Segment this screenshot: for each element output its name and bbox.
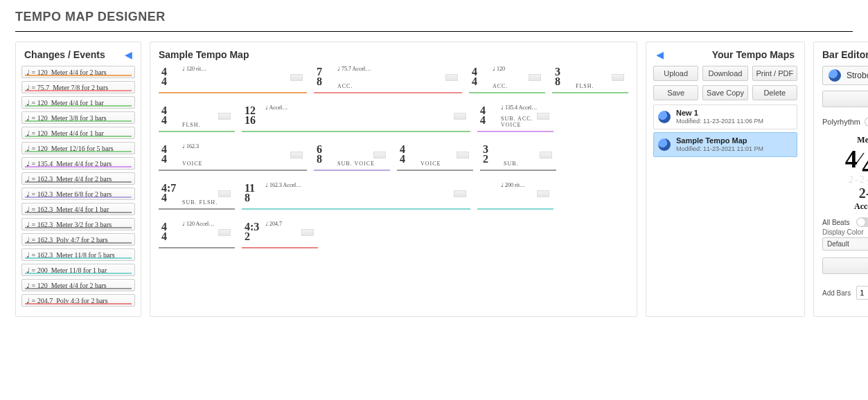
title-divider <box>15 31 853 32</box>
change-row[interactable]: ♩ = 75.7 Meter 7/8 for 2 bars <box>21 81 135 93</box>
bar-cell[interactable]: 44Voice <box>397 142 473 171</box>
bar-cell[interactable]: 38Flsh. <box>552 64 628 93</box>
change-row[interactable]: ♩ = 162.3 Meter 3/2 for 3 bars <box>21 218 135 230</box>
bar-cell[interactable]: 44♩ 120 Accel… <box>159 219 235 248</box>
bar-cell[interactable]: 4:74Sub. Flsh. <box>159 181 235 210</box>
collapse-left-icon[interactable]: ◀ <box>125 49 132 60</box>
bar-cell[interactable]: 44Flsh. <box>159 103 235 132</box>
change-row[interactable]: ♩ = 162.3 Meter 4/4 for 2 bars <box>21 172 135 185</box>
bar-cell[interactable]: 4:32♩ 204.7 <box>242 219 318 248</box>
collapse-right-icon[interactable]: ▶ <box>656 49 664 60</box>
add-bars-input[interactable] <box>857 287 868 299</box>
change-row[interactable]: ♩ = 120 Meter 4/4 for 1 bar <box>21 96 135 109</box>
print-button[interactable]: Print / PDF <box>752 66 797 81</box>
change-row[interactable]: ♩ = 120 Meter 12/16 for 5 bars <box>21 142 135 154</box>
bar-editor-panel: Bar Editor StroboPLUS HDC ▾ New Tempo Ma… <box>813 42 868 317</box>
change-row[interactable]: ♩ = 162.3 Meter 4/4 for 1 bar <box>21 203 135 215</box>
device-icon <box>829 69 841 82</box>
change-row[interactable]: ♩ = 162.3 Meter 6/8 for 2 bars <box>21 188 135 200</box>
download-button[interactable]: Download <box>702 66 747 81</box>
bar-cell[interactable]: 118♩ 162.3 Accel… <box>242 181 470 210</box>
change-row[interactable]: ♩ = 162.3 Meter 11/8 for 5 bars <box>21 248 135 261</box>
add-bars-spinner[interactable]: ▲▼ <box>856 286 868 300</box>
maps-panel-title: Your Tempo Maps <box>712 49 795 60</box>
bar-cell[interactable]: 32Sub. <box>480 142 556 171</box>
save-copy-button[interactable]: Save Copy <box>702 85 747 100</box>
bar-cell[interactable]: 44♩ 120Acc. <box>469 64 545 93</box>
changes-panel: Changes / Events ◀ ♩ = 120 Meter 4/4 for… <box>15 42 141 317</box>
polyrhythm-toggle[interactable] <box>865 117 868 127</box>
page-title: TEMPO MAP DESIGNER <box>0 0 868 31</box>
accents-label: Accents <box>822 201 868 212</box>
map-item-icon <box>658 111 671 123</box>
display-color-label: Display Color <box>822 228 868 236</box>
device-name: StroboPLUS HDC <box>847 71 868 80</box>
change-row[interactable]: ♩ = 135.4 Meter 4/4 for 2 bars <box>21 157 135 170</box>
bar-cell[interactable]: 78♩ 75.7 Accel…Acc. <box>314 64 462 93</box>
bar-cell[interactable]: 44♩ 135.4 Accel…Sub. Acc. Voice <box>477 103 553 132</box>
bar-editor-title: Bar Editor <box>822 49 868 60</box>
bar-cell[interactable]: 44♩ 162.3Voice <box>159 142 307 171</box>
device-dropdown[interactable]: StroboPLUS HDC ▾ <box>822 66 868 85</box>
changes-title: Changes / Events <box>24 49 105 60</box>
meter-label: Meter <box>822 135 868 145</box>
all-beats-toggle[interactable] <box>856 217 868 227</box>
accents-display[interactable]: 2-2 <box>822 185 868 201</box>
accents-ghost: 2-2-2-2 <box>822 174 868 185</box>
all-beats-label: All Beats <box>822 219 849 226</box>
change-row[interactable]: ♩ = 200 Meter 11/8 for 1 bar <box>21 264 135 276</box>
polyrhythm-label: Polyrhythm <box>822 118 860 126</box>
change-row[interactable]: ♩ = 204.7 Poly 4:3 for 2 bars <box>21 294 135 307</box>
delete-map-button[interactable]: Delete <box>752 85 797 100</box>
bar-cell[interactable]: 1216♩ Accel… <box>242 103 470 132</box>
bar-cell[interactable]: 68Sub. Voice <box>314 142 390 171</box>
changes-list: ♩ = 120 Meter 4/4 for 2 bars♩ = 75.7 Met… <box>21 66 135 307</box>
upload-button[interactable]: Upload <box>653 66 698 81</box>
tempo-map-canvas: Sample Tempo Map 44♩ 120 rit…78♩ 75.7 Ac… <box>150 42 637 317</box>
change-row[interactable]: ♩ = 120 Meter 3/8 for 3 bars <box>21 111 135 124</box>
tempo-maps-panel: ▶ Your Tempo Maps Upload Download Print … <box>646 42 805 317</box>
meter-display[interactable]: 4⁄4 ♩= <box>822 145 868 174</box>
new-tempo-map-button[interactable]: New Tempo Map <box>822 91 868 107</box>
add-bars-label: Add Bars <box>822 289 851 297</box>
change-row[interactable]: ♩ = 120 Meter 4/4 for 2 bars <box>21 279 135 291</box>
display-color-select[interactable]: Default▾ <box>822 237 868 251</box>
bar-cell[interactable]: ♩ 200 rit… <box>477 181 553 210</box>
tempo-map-item[interactable]: New 1Modified: 11-23-2021 11:06 PM <box>653 104 797 129</box>
bar-cell[interactable]: 44♩ 120 rit… <box>159 64 307 93</box>
tempo-map-item[interactable]: Sample Tempo MapModified: 11-23-2021 11:… <box>653 132 797 157</box>
update-button[interactable]: Update <box>822 257 868 274</box>
save-button[interactable]: Save <box>653 85 698 100</box>
map-title: Sample Tempo Map <box>159 49 628 60</box>
change-row[interactable]: ♩ = 120 Meter 4/4 for 1 bar <box>21 127 135 139</box>
map-item-icon <box>658 138 671 151</box>
change-row[interactable]: ♩ = 120 Meter 4/4 for 2 bars <box>21 66 135 78</box>
change-row[interactable]: ♩ = 162.3 Poly 4:7 for 2 bars <box>21 233 135 246</box>
